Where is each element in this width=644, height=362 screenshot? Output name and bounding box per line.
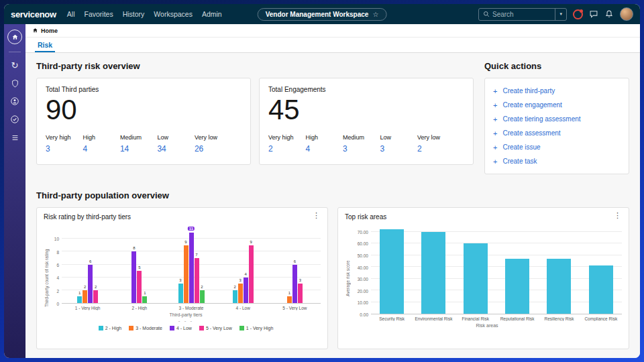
shield-icon[interactable] — [9, 78, 21, 88]
y-tick-label: 20.00 — [358, 288, 368, 293]
plus-icon: + — [493, 129, 497, 137]
content: Third-party risk overview Total Third pa… — [25, 53, 640, 358]
bar-group: 851 — [113, 226, 165, 303]
chart-bar[interactable]: 8 — [131, 251, 136, 303]
bar-group — [580, 226, 622, 314]
chart-bar[interactable] — [380, 229, 404, 314]
chart-bar[interactable]: 6 — [292, 265, 297, 304]
x-axis-label: Third-party tiers — [51, 312, 321, 317]
bar-value-label: 7 — [195, 253, 197, 257]
chart-plot — [371, 226, 622, 314]
bar-value-label: 3 — [299, 278, 301, 282]
chart-bar[interactable]: 3 — [298, 284, 303, 303]
legend-scroll-indicator: - - - — [51, 318, 321, 323]
breakdown-value[interactable]: 3 — [46, 144, 83, 154]
bar-value-label: 3 — [239, 278, 241, 282]
chart-bar[interactable]: 1 — [287, 296, 292, 303]
nav-workspaces[interactable]: Workspaces — [154, 10, 193, 18]
nav-admin[interactable]: Admin — [202, 10, 222, 18]
breakdown-label: Very high — [46, 134, 83, 141]
create-assessment-link[interactable]: +Create assessment — [485, 126, 629, 140]
favorite-star-icon[interactable]: ☆ — [372, 11, 378, 18]
risk-rating-chart-card: Risk rating by third-party tiers ⋮ Third… — [36, 207, 328, 349]
breakdown-value[interactable]: 2 — [268, 144, 305, 154]
quick-actions-card: +Create third-party +Create engagement +… — [484, 78, 629, 174]
breakdown-value[interactable]: 34 — [157, 144, 194, 154]
chart-bar[interactable] — [464, 243, 488, 314]
bar-group: 2349 — [217, 226, 269, 303]
list-icon[interactable] — [9, 132, 21, 143]
check-circle-icon[interactable] — [9, 114, 21, 125]
breakdown-value[interactable]: 14 — [120, 144, 157, 154]
chart-bar[interactable]: 2 — [93, 290, 98, 303]
chart-bar[interactable] — [547, 259, 571, 314]
y-tick-label: 70.00 — [358, 229, 368, 234]
total-engagements-value: 45 — [268, 95, 464, 125]
nav-favorites[interactable]: Favorites — [85, 10, 113, 18]
sidebar-item-home[interactable] — [7, 29, 22, 44]
breakdown-value[interactable]: 3 — [343, 144, 380, 154]
left-sidebar: ↻ — [4, 24, 25, 358]
chart-bar[interactable]: 1 — [142, 296, 147, 303]
breakdown-value[interactable]: 26 — [195, 144, 231, 154]
legend-item[interactable]: 4 - Low — [170, 326, 192, 330]
nav-history[interactable]: History — [123, 10, 145, 18]
y-tick-label: 60.00 — [358, 241, 368, 246]
legend-item[interactable]: 1 - Very High — [239, 326, 273, 330]
workspace-switcher[interactable]: Vendor Management Workspace ☆ — [258, 8, 387, 21]
chart-bar[interactable] — [589, 265, 613, 314]
impersonation-status-icon[interactable] — [573, 9, 583, 19]
legend-item[interactable]: 2 - High — [99, 326, 122, 330]
chart-bar[interactable]: 6 — [88, 265, 93, 304]
create-engagement-link[interactable]: +Create engagement — [485, 98, 629, 112]
notification-dot — [580, 9, 583, 13]
legend-item[interactable]: 5 - Very Low — [199, 326, 232, 330]
legend-item[interactable]: 3 - Moderate — [129, 326, 162, 330]
create-task-link[interactable]: +Create task — [485, 154, 629, 168]
plus-icon: + — [493, 115, 497, 123]
kebab-menu-icon[interactable]: ⋮ — [612, 211, 623, 220]
notifications-bell-icon[interactable] — [604, 9, 614, 19]
chart-bar[interactable] — [505, 259, 529, 314]
search-input[interactable] — [492, 11, 549, 18]
legend-swatch — [129, 326, 133, 330]
create-issue-link[interactable]: +Create issue — [485, 140, 629, 154]
bar-value-label: 1 — [78, 291, 80, 295]
breadcrumb-home[interactable]: Home — [41, 27, 58, 34]
users-icon[interactable] — [9, 96, 21, 107]
create-third-party-link[interactable]: +Create third-party — [485, 84, 629, 98]
nav-all[interactable]: All — [67, 10, 75, 18]
kebab-menu-icon[interactable]: ⋮ — [311, 211, 322, 220]
chart-bar[interactable]: 2 — [233, 290, 237, 303]
create-tiering-assessment-link[interactable]: +Create tiering assessment — [485, 112, 629, 126]
chart-bar[interactable]: 4 — [244, 278, 248, 303]
chart-bar[interactable]: 1 — [77, 296, 82, 303]
chart-bar[interactable] — [421, 232, 445, 314]
breakdown-value[interactable]: 3 — [380, 144, 417, 154]
search-scope-dropdown[interactable]: ▾ — [555, 9, 566, 20]
tab-risk[interactable]: Risk — [35, 38, 55, 52]
chart-bar[interactable]: 2 — [83, 290, 87, 303]
chart-bar[interactable]: 3 — [238, 284, 243, 303]
global-search[interactable]: ▾ — [478, 8, 567, 21]
chart-bar[interactable]: 2 — [200, 290, 205, 303]
workspace-title: Vendor Management Workspace — [266, 11, 369, 18]
user-avatar[interactable] — [620, 7, 633, 21]
breakdown-value[interactable]: 4 — [83, 144, 119, 154]
breadcrumb: Home — [25, 24, 640, 38]
bar-value-label: 5 — [138, 265, 140, 269]
breakdown-value[interactable]: 2 — [417, 144, 454, 154]
sync-icon[interactable]: ↻ — [9, 60, 21, 70]
y-tick-label: 6 — [56, 263, 59, 267]
chart-bar[interactable]: 9 — [184, 245, 189, 303]
population-overview-title: Third-party population overview — [36, 190, 629, 200]
chart-bar[interactable]: 3 — [178, 284, 183, 303]
chart-bar[interactable]: 9 — [249, 245, 254, 303]
breakdown-value[interactable]: 4 — [305, 144, 342, 154]
chat-icon[interactable] — [589, 9, 598, 19]
y-tick-label: 0 — [56, 302, 59, 306]
chart-bar[interactable]: 7 — [195, 258, 199, 303]
bar-value-label: 1 — [288, 291, 290, 295]
chart-bar[interactable]: 11 — [189, 233, 194, 303]
chart-bar[interactable]: 5 — [137, 271, 142, 303]
